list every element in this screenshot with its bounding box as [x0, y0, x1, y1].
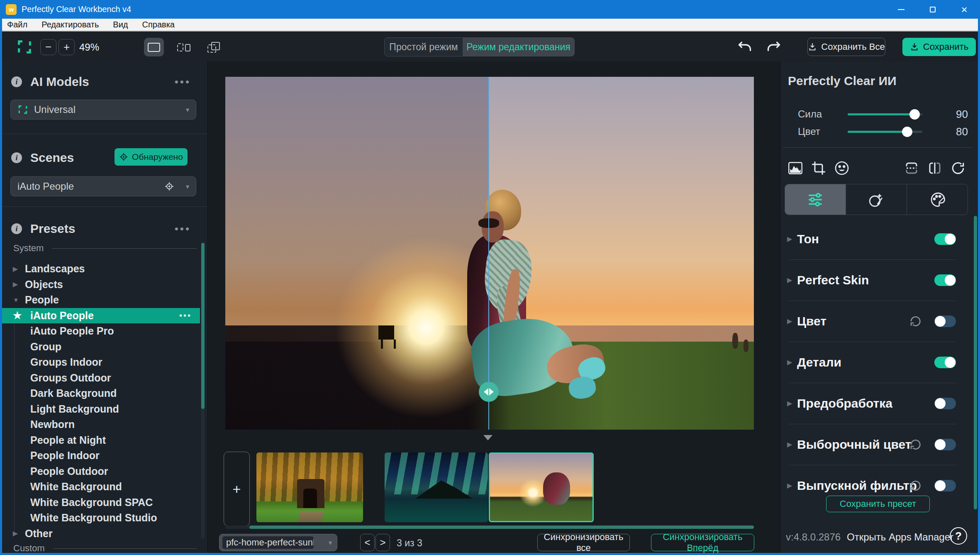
tab-looks[interactable] — [907, 184, 968, 215]
preset-item[interactable]: Dark Background — [2, 386, 200, 401]
presets-scrollbar-thumb[interactable] — [201, 243, 205, 409]
color-slider[interactable] — [848, 131, 922, 133]
info-icon[interactable]: i — [11, 152, 22, 163]
view-split-button[interactable] — [174, 38, 194, 56]
zoom-in-button[interactable]: + — [59, 39, 75, 55]
row-preprocessing[interactable]: ▶ Предобработка — [780, 383, 968, 424]
tone-toggle[interactable] — [934, 233, 956, 245]
caret-right-icon: ▶ — [787, 399, 792, 407]
filmstrip-collapse-icon[interactable] — [483, 435, 492, 440]
thumbnail-sunset-portrait-selected[interactable] — [489, 452, 594, 522]
thumbnail-aurora-lake[interactable] — [385, 452, 488, 522]
view-overlay-button[interactable] — [204, 38, 224, 56]
rotate-icon[interactable] — [951, 161, 965, 176]
color-label: Цвет — [798, 126, 848, 137]
filename-dropdown[interactable]: pfc-home-perfect-sunlig ▾ — [219, 534, 337, 551]
row-details[interactable]: ▶ Детали — [780, 342, 968, 383]
close-button[interactable]: × — [948, 0, 980, 19]
reset-icon[interactable] — [909, 479, 922, 492]
reset-icon[interactable] — [909, 438, 922, 451]
preset-item[interactable]: Newborn — [2, 417, 200, 433]
preset-item[interactable]: White Background Studio — [2, 510, 200, 526]
preset-item[interactable]: iAuto People Pro — [2, 323, 200, 339]
thumbnail-autumn-bridge[interactable] — [256, 452, 363, 522]
redo-button[interactable] — [766, 40, 781, 55]
undo-button[interactable] — [737, 40, 752, 55]
presets-menu-icon[interactable]: ••• — [175, 222, 191, 235]
ai-models-menu-icon[interactable]: ••• — [175, 76, 191, 88]
preprocessing-toggle[interactable] — [934, 398, 956, 409]
face-smiley-icon[interactable] — [834, 161, 849, 176]
tab-adjustments[interactable] — [785, 184, 846, 215]
distant-person — [744, 340, 748, 352]
preset-group[interactable]: ▼People — [2, 292, 200, 308]
preset-item[interactable]: Groups Indoor — [2, 355, 200, 370]
reset-icon[interactable] — [909, 315, 922, 328]
split-horizontal-icon[interactable] — [904, 161, 919, 176]
save-all-button[interactable]: Сохранить Все — [807, 38, 885, 56]
preset-item[interactable]: People at Night — [2, 433, 200, 448]
sync-forward-button[interactable]: Синхронизировать Вперёд — [651, 534, 754, 551]
panel-scrollbar-thumb[interactable] — [974, 216, 977, 509]
edit-mode-tab[interactable]: Режим редактирования — [463, 38, 574, 56]
preset-item[interactable]: White Background SPAC — [2, 495, 200, 511]
menu-edit[interactable]: Редактировать — [34, 20, 106, 29]
row-selective-color[interactable]: ▶ Выборочный цвет — [780, 424, 968, 465]
view-single-button[interactable] — [144, 38, 164, 56]
open-apps-manager-link[interactable]: Открыть Apps Manager — [847, 531, 953, 543]
ai-model-dropdown[interactable]: Universal ▾ — [10, 100, 196, 120]
caret-right-icon: ▶ — [13, 265, 18, 273]
maximize-button[interactable] — [917, 0, 948, 19]
help-button[interactable]: ? — [950, 527, 967, 545]
preset-group[interactable]: ▶Objects — [2, 277, 200, 293]
filmstrip-scrollbar-track[interactable] — [225, 526, 754, 529]
preset-item-selected[interactable]: ★iAuto People••• — [2, 308, 200, 324]
preset-item[interactable]: People Outdoor — [2, 464, 200, 479]
details-toggle[interactable] — [934, 357, 956, 368]
item-menu-icon[interactable]: ••• — [179, 311, 192, 320]
split-vertical-icon[interactable] — [927, 161, 942, 176]
histogram-icon[interactable] — [788, 161, 803, 176]
menu-file[interactable]: Файл — [0, 20, 34, 29]
arrow-left-icon — [484, 388, 488, 396]
add-image-button[interactable]: + — [224, 452, 250, 526]
preset-item[interactable]: White Background — [2, 479, 200, 495]
next-image-button[interactable]: > — [375, 534, 390, 551]
before-after-divider-line[interactable] — [488, 77, 489, 430]
strength-slider[interactable] — [848, 113, 922, 115]
preset-group[interactable]: ▶Other — [2, 526, 200, 542]
preset-group[interactable]: ▶Landscapes — [2, 261, 200, 277]
slider-knob[interactable] — [902, 127, 912, 137]
row-perfect-skin[interactable]: ▶ Perfect Skin — [780, 259, 968, 301]
row-tone[interactable]: ▶ Тон — [780, 218, 968, 259]
adjustment-list: ▶ Тон ▶ Perfect Skin ▶ Цвет ▶ Детали — [780, 218, 973, 506]
save-button[interactable]: Сохранить — [902, 38, 976, 56]
selective-color-toggle[interactable] — [934, 439, 956, 450]
simple-mode-tab[interactable]: Простой режим — [385, 38, 463, 56]
save-preset-button[interactable]: Сохранить пресет — [826, 496, 930, 512]
menu-view[interactable]: Вид — [106, 20, 135, 29]
preset-item[interactable]: Light Background — [2, 401, 200, 417]
preset-item[interactable]: Groups Outdoor — [2, 370, 200, 386]
tab-retouch[interactable] — [846, 184, 907, 215]
slider-knob[interactable] — [909, 109, 920, 120]
menu-help[interactable]: Справка — [135, 20, 182, 29]
image-preview[interactable] — [225, 77, 754, 430]
preset-item[interactable]: People Indoor — [2, 448, 200, 464]
minimize-button[interactable] — [885, 0, 917, 19]
crop-icon[interactable] — [811, 161, 826, 176]
preset-item[interactable]: Group — [2, 339, 200, 355]
before-after-handle[interactable] — [479, 382, 499, 402]
filmstrip-scrollbar-thumb[interactable] — [249, 526, 754, 529]
previous-image-button[interactable]: < — [360, 534, 375, 551]
sync-all-button[interactable]: Синхронизировать все — [537, 534, 630, 551]
info-icon[interactable]: i — [11, 223, 22, 234]
color-toggle[interactable] — [934, 315, 956, 327]
zoom-out-button[interactable]: − — [40, 39, 56, 55]
perfect-skin-toggle[interactable] — [934, 274, 956, 286]
scene-dropdown[interactable]: iAuto People ▾ — [10, 176, 196, 196]
detected-button[interactable]: Обнаружено — [115, 148, 188, 166]
finishing-filter-toggle[interactable] — [934, 480, 956, 491]
row-color[interactable]: ▶ Цвет — [780, 301, 968, 342]
info-icon[interactable]: i — [11, 76, 22, 87]
